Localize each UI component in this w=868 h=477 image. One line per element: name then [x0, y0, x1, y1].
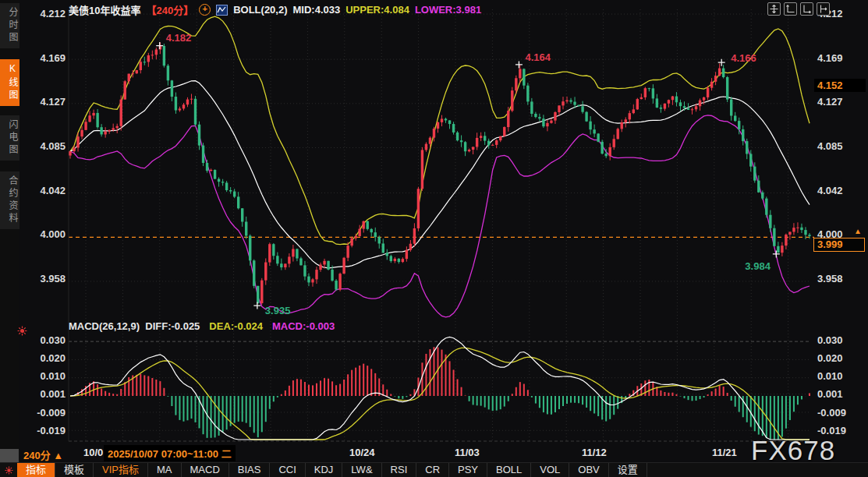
boll-indicator-label: BOLL(20,2): [233, 4, 287, 16]
x-axis-scale-icon[interactable]: [800, 2, 813, 16]
toolbar-item-macd[interactable]: MACD: [182, 463, 229, 477]
last-price-badge: 3.999: [813, 238, 865, 252]
indicator-chart-icon[interactable]: [216, 5, 228, 16]
toolbar-item-vip-indicators[interactable]: VIP指标: [94, 463, 148, 477]
price-tick-left: 3.958: [22, 273, 66, 284]
macd-header: MACD(26,12,9) DIFF:-0.025 DEA:-0.024 MAC…: [69, 320, 335, 332]
indicator-settings-icon[interactable]: [17, 325, 27, 335]
low-annotation: 3.984: [745, 260, 771, 272]
toolbar-item-vol[interactable]: VOL: [531, 463, 569, 477]
price-tick-left: 4.085: [22, 140, 66, 152]
trading-terminal-window: 分时图 K线图 闪电图 合约资料 美债10年收益率 【240分】 + BOLL(…: [0, 0, 868, 477]
toolbar-item-bias[interactable]: BIAS: [229, 463, 271, 477]
date-tick: 11/21: [712, 447, 737, 458]
toolbar-item-templates[interactable]: 模板: [55, 463, 94, 477]
high-annotation: 4.182: [166, 32, 192, 44]
boll-lower-value: LOWER:3.981: [415, 4, 481, 16]
date-tick: 11/12: [582, 447, 607, 458]
price-tick-left: 4.127: [22, 96, 66, 108]
toolbar-item-obv[interactable]: OBV: [569, 463, 608, 477]
macd-tick-left: -0.019: [22, 425, 66, 436]
sidebar-tab-time-share-chart[interactable]: 分时图: [0, 3, 19, 48]
add-indicator-icon[interactable]: +: [199, 4, 211, 16]
price-tick-right: 4.042: [817, 185, 864, 196]
toolbar-item-cr[interactable]: CR: [416, 463, 449, 477]
sidebar-tab-kline-chart[interactable]: K线图: [0, 59, 19, 106]
macd-tick-right: 0.030: [817, 334, 864, 346]
toolbar-item-ma[interactable]: MA: [148, 463, 182, 477]
toolbar-item-lwr[interactable]: LW&: [342, 463, 381, 477]
y-axis-scale-icon[interactable]: [784, 2, 797, 16]
crosshair-move-icon[interactable]: [767, 2, 781, 16]
macd-tick-left: 0.030: [22, 334, 66, 346]
macd-tick-left: 0.010: [22, 370, 66, 382]
bar-datetime-tooltip: 2025/10/07 07:00~11:00 二: [104, 445, 236, 461]
toolbar-item-indicators[interactable]: 指标: [17, 463, 55, 477]
instrument-title: 美债10年收益率: [69, 2, 140, 17]
macd-tick-right: -0.009: [817, 407, 864, 419]
toolbar-settings-icon[interactable]: [0, 463, 17, 477]
macd-tick-left: 0.020: [22, 352, 66, 364]
indicator-toolbar: 指标 模板 VIP指标 MA MACD BIAS CCI KDJ LW& RSI…: [0, 462, 868, 477]
reference-price-badge: 4.152: [814, 79, 866, 92]
chart-canvas[interactable]: [0, 0, 868, 477]
macd-dea-value: DEA:-0.024: [209, 320, 263, 332]
toolbar-item-settings[interactable]: 设置: [609, 463, 647, 477]
boll-mid-value: MID:4.033: [293, 4, 341, 16]
interval-up-arrow-icon: ▲: [53, 450, 63, 461]
date-tick: 10/0: [83, 447, 103, 458]
macd-tick-right: 0.010: [817, 370, 864, 382]
macd-name-and-diff: MACD(26,12,9) DIFF:-0.025: [69, 320, 200, 332]
price-tick-right: 4.169: [817, 52, 864, 64]
price-tick-left: 4.042: [22, 185, 66, 196]
shift-right-icon[interactable]: [817, 2, 830, 16]
chart-tools: [767, 2, 830, 16]
price-tick-left: 4.000: [22, 228, 66, 240]
macd-tick-right: 0.001: [817, 388, 864, 400]
macd-macd-value: MACD:-0.003: [272, 320, 335, 332]
price-tick-left: 4.212: [22, 8, 66, 19]
date-tick: 11/03: [455, 447, 480, 458]
high-annotation: 4.164: [525, 51, 551, 63]
macd-tick-left: 0.001: [22, 388, 66, 400]
chart-type-sidebar: 分时图 K线图 闪电图 合约资料: [0, 0, 19, 477]
chart-header: 美债10年收益率 【240分】 + BOLL(20,2) MID:4.033 U…: [69, 2, 481, 17]
boll-upper-value: UPPER:4.084: [345, 4, 409, 16]
high-annotation: 4.166: [731, 52, 756, 64]
toolbar-item-boll[interactable]: BOLL: [487, 463, 531, 477]
price-tick-left: 4.169: [22, 52, 66, 64]
interval-tag: 【240分】: [146, 2, 193, 17]
toolbar-item-psy[interactable]: PSY: [449, 463, 487, 477]
price-tick-right: 4.127: [817, 96, 864, 108]
toolbar-item-rsi[interactable]: RSI: [382, 463, 417, 477]
macd-tick-right: 0.020: [817, 352, 864, 364]
interval-indicator[interactable]: 240分 ▲: [23, 447, 63, 462]
fx678-watermark: FX678: [751, 435, 835, 466]
macd-tick-left: -0.009: [22, 407, 66, 419]
sidebar-tab-contract-info[interactable]: 合约资料: [0, 171, 19, 229]
sidebar-tab-lightning-chart[interactable]: 闪电图: [0, 115, 19, 161]
date-tick: 10/24: [349, 447, 375, 458]
low-annotation: 3.935: [265, 305, 291, 316]
toolbar-item-kdj[interactable]: KDJ: [306, 463, 343, 477]
price-tick-right: 4.085: [817, 140, 864, 152]
toolbar-item-cci[interactable]: CCI: [270, 463, 305, 477]
pane-resize-grip[interactable]: [0, 449, 19, 462]
price-up-arrow-icon: ▲: [854, 227, 862, 235]
price-tick-right: 3.958: [817, 273, 864, 284]
